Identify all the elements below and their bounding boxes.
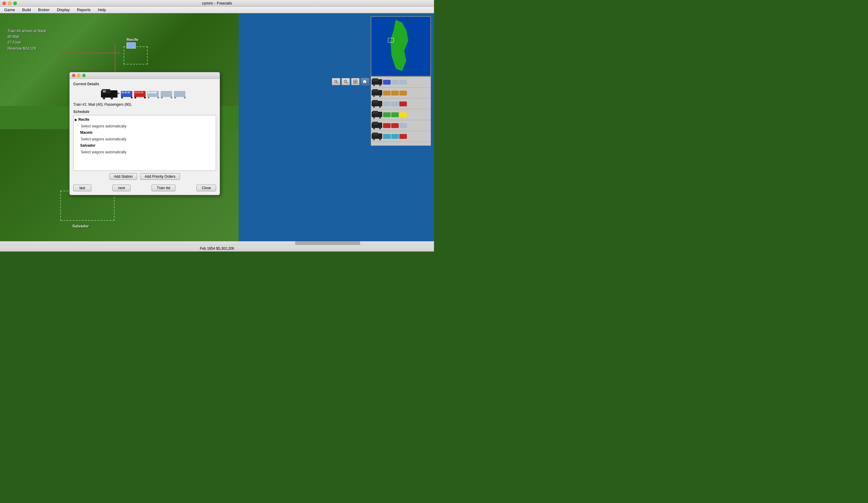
svg-rect-73 bbox=[148, 92, 151, 93]
modal-max-btn[interactable] bbox=[82, 74, 85, 77]
svg-point-70 bbox=[134, 97, 136, 98]
svg-rect-31 bbox=[391, 102, 399, 106]
svg-rect-52 bbox=[391, 134, 399, 139]
scrollbar-thumb[interactable] bbox=[295, 241, 360, 245]
svg-rect-78 bbox=[161, 91, 172, 97]
schedule-list[interactable]: ▶ Recife Select wagons automatically Mac… bbox=[73, 115, 216, 171]
statusbar-text: Feb 1854 $5,302,206 bbox=[200, 247, 234, 251]
svg-point-36 bbox=[379, 117, 381, 119]
svg-point-0 bbox=[334, 80, 337, 83]
train-list-row[interactable] bbox=[371, 88, 431, 98]
svg-rect-53 bbox=[399, 134, 407, 139]
svg-rect-39 bbox=[399, 112, 407, 117]
schedule-wagons-salvador: Select wagons automatically bbox=[75, 149, 215, 156]
view-icon-grid[interactable] bbox=[351, 78, 360, 85]
menubar: Game Build Broker Display Reports Help bbox=[0, 7, 434, 13]
minimap[interactable] bbox=[371, 16, 431, 76]
next-button[interactable]: next bbox=[112, 185, 131, 191]
svg-rect-16 bbox=[383, 80, 391, 85]
svg-rect-38 bbox=[391, 112, 399, 117]
svg-rect-68 bbox=[138, 92, 140, 93]
notif-line4: Revenue $24,129 bbox=[8, 46, 46, 52]
train-details-modal[interactable]: Current Details bbox=[69, 72, 220, 195]
current-details-title: Current Details bbox=[73, 82, 216, 86]
svg-rect-74 bbox=[151, 92, 153, 93]
svg-rect-27 bbox=[373, 100, 378, 103]
svg-point-82 bbox=[174, 97, 176, 98]
notif-line1: Train #6 arrives at Natal bbox=[8, 28, 46, 34]
modal-close-btn[interactable] bbox=[72, 74, 75, 77]
train-image-area bbox=[73, 88, 216, 100]
schedule-entry-salvador[interactable]: Salvador Select wagons automatically bbox=[75, 143, 215, 155]
statusbar: Feb 1854 $5,302,206 bbox=[0, 245, 434, 251]
svg-point-50 bbox=[379, 138, 381, 140]
modal-titlebar bbox=[70, 72, 220, 79]
svg-rect-24 bbox=[391, 91, 399, 95]
schedule-title: Schedule bbox=[73, 109, 216, 114]
svg-rect-62 bbox=[124, 92, 127, 93]
menu-broker[interactable]: Broker bbox=[35, 7, 52, 12]
svg-rect-75 bbox=[154, 92, 156, 93]
last-button[interactable]: last bbox=[73, 185, 91, 191]
svg-rect-4 bbox=[353, 80, 355, 81]
train-list-row[interactable] bbox=[371, 77, 431, 88]
game-area: Train #6 arrives at Natal 80 Mail 27 Foo… bbox=[0, 13, 434, 245]
horizontal-scrollbar[interactable] bbox=[0, 241, 434, 245]
svg-rect-23 bbox=[383, 91, 391, 95]
train-list-row[interactable] bbox=[371, 98, 431, 109]
svg-point-77 bbox=[157, 97, 159, 98]
schedule-entry-maceio[interactable]: Maceio Select wagons automatically bbox=[75, 129, 215, 143]
menu-help[interactable]: Help bbox=[95, 7, 109, 12]
menu-reports[interactable]: Reports bbox=[74, 7, 94, 12]
titlebar: cymric - Freerails bbox=[0, 0, 434, 7]
train-row-5-visual bbox=[372, 122, 411, 130]
svg-point-15 bbox=[379, 84, 381, 86]
view-icon-zoom2[interactable] bbox=[341, 78, 350, 85]
modal-close-button[interactable]: Close bbox=[196, 185, 216, 191]
menu-build[interactable]: Build bbox=[19, 7, 34, 12]
svg-rect-41 bbox=[373, 122, 378, 125]
train-list-row[interactable] bbox=[371, 120, 431, 131]
add-priority-button[interactable]: Add Priority Orders bbox=[140, 173, 180, 180]
svg-point-28 bbox=[373, 106, 375, 108]
svg-rect-37 bbox=[383, 112, 391, 117]
train-list-button[interactable]: Train list bbox=[152, 185, 175, 191]
maximize-button[interactable] bbox=[13, 1, 17, 5]
recife-city-area: Recife bbox=[127, 37, 138, 49]
train-list-row[interactable] bbox=[371, 109, 431, 120]
add-station-button[interactable]: Add Station bbox=[110, 173, 137, 180]
svg-line-1 bbox=[337, 82, 338, 83]
svg-rect-20 bbox=[373, 89, 378, 92]
schedule-city-salvador: Salvador bbox=[75, 143, 215, 149]
train-row-4-visual bbox=[372, 111, 411, 119]
svg-rect-13 bbox=[373, 78, 378, 81]
view-icon-zoom[interactable] bbox=[332, 78, 340, 85]
close-button[interactable] bbox=[2, 1, 6, 5]
salvador-label: Salvador bbox=[72, 224, 89, 228]
svg-point-22 bbox=[379, 95, 381, 97]
view-icon-train[interactable] bbox=[361, 78, 369, 85]
minimap-viewport bbox=[388, 38, 394, 42]
minimize-button[interactable] bbox=[8, 1, 11, 5]
svg-point-80 bbox=[170, 97, 172, 98]
menu-display[interactable]: Display bbox=[54, 7, 73, 12]
svg-point-79 bbox=[161, 97, 163, 98]
svg-rect-69 bbox=[141, 92, 143, 93]
schedule-buttons: Add Station Add Priority Orders bbox=[73, 173, 216, 180]
menu-game[interactable]: Game bbox=[1, 7, 18, 12]
grid-icon bbox=[353, 80, 358, 84]
svg-point-35 bbox=[373, 117, 375, 119]
svg-point-14 bbox=[373, 84, 375, 86]
svg-rect-59 bbox=[117, 93, 119, 94]
train-list-row[interactable] bbox=[371, 131, 431, 142]
svg-point-29 bbox=[379, 106, 381, 108]
svg-rect-51 bbox=[383, 134, 391, 139]
nav-buttons: last next Train list Close bbox=[73, 183, 216, 192]
svg-rect-81 bbox=[174, 91, 185, 97]
svg-rect-45 bbox=[391, 123, 399, 128]
schedule-wagons-recife: Select wagons automatically bbox=[75, 123, 215, 130]
svg-point-42 bbox=[373, 128, 375, 129]
modal-min-btn[interactable] bbox=[77, 74, 81, 77]
schedule-entry-recife[interactable]: ▶ Recife Select wagons automatically bbox=[75, 117, 215, 129]
train-detail-visual bbox=[100, 88, 189, 100]
